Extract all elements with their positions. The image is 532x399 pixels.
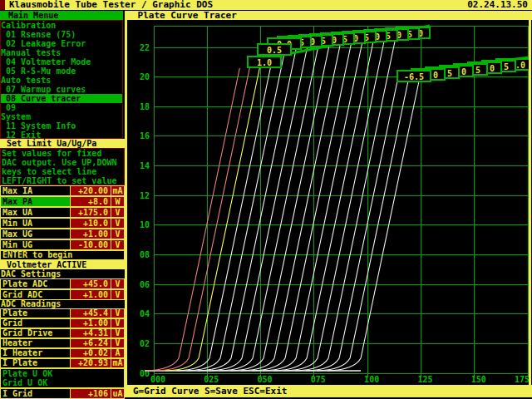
param-unit-plate: V [111, 308, 125, 318]
menu-item-11-system-info[interactable]: 11 System Info [1, 121, 122, 131]
svg-text:04: 04 [140, 309, 150, 318]
param-value-min-ug[interactable]: -10.00 [70, 239, 111, 250]
param-label-max-pa: Max PA [0, 196, 71, 207]
titlebar-corner-mark [0, 0, 5, 10]
limits-table: Max IA+20.00mAMax PA+8.0WMax UA+175.0VMi… [0, 185, 125, 250]
menu-item-07-warmup-curves[interactable]: 07 Warmup curves [1, 85, 122, 94]
svg-text:175: 175 [515, 375, 530, 384]
dac-settings-header: DAC Settings [0, 269, 125, 278]
param-value-grid-adc[interactable]: +1.00 [70, 289, 111, 300]
param-value-heater[interactable]: +6.24 [70, 338, 111, 348]
param-label-i-plate: I Plate [0, 358, 71, 368]
param-label-max-ua: Max UA [0, 207, 71, 218]
svg-text:075: 075 [311, 375, 326, 384]
menu-item-04-voltmeter-mode[interactable]: 04 Voltmeter Mode [1, 57, 122, 66]
param-label-i-heater: I Heater [0, 348, 71, 358]
param-label-plate: Plate [0, 308, 71, 318]
svg-text:025: 025 [204, 375, 219, 384]
adc-table: Plate+45.4VGrid+1.00VGrid Drive+4.31VHea… [0, 308, 125, 368]
param-label-heater: Heater [0, 338, 71, 348]
menu-item-09[interactable]: 09 [1, 103, 122, 112]
param-unit-max-ug: V [111, 229, 125, 239]
svg-text:050: 050 [258, 375, 273, 384]
svg-text:100: 100 [364, 375, 379, 384]
param-unit-i-plate: mA [111, 358, 125, 368]
param-row-max-ua[interactable]: Max UA+175.0V [0, 207, 125, 218]
param-value-plate[interactable]: +45.4 [70, 308, 111, 318]
svg-text:18: 18 [140, 102, 150, 111]
svg-text:000: 000 [150, 375, 165, 384]
param-value-i-heater[interactable]: +0.02 [70, 348, 111, 358]
svg-text:0.5: 0.5 [267, 46, 282, 55]
param-label-grid-drive: Grid Drive [0, 328, 71, 338]
param-value-min-ua[interactable]: +10.0 [70, 218, 111, 229]
param-unit-max-ua: V [111, 207, 125, 218]
param-row-min-ug[interactable]: Min UG-10.00V [0, 239, 125, 250]
param-row-plate-adc[interactable]: Plate ADC+45.0V [0, 278, 125, 289]
param-value-max-ua[interactable]: +175.0 [70, 207, 111, 218]
footer-keybar: G=Grid Curve S=Save ESC=Exit [127, 385, 532, 397]
menu-header: Main Menue [0, 11, 123, 20]
param-row-min-ua[interactable]: Min UA+10.0V [0, 218, 125, 229]
param-value-max-ia[interactable]: +20.00 [70, 185, 111, 196]
param-value-max-ug[interactable]: +1.00 [70, 229, 111, 239]
set-limit-help-line-3: keys to select line [1, 167, 124, 176]
menu-section-calibration: Calibration [1, 21, 122, 30]
param-label-max-ug: Max UG [0, 229, 71, 239]
param-unit-grid-drive: V [111, 328, 125, 338]
param-row-grid-drive[interactable]: Grid Drive+4.31V [0, 328, 125, 338]
param-label-max-ia: Max IA [0, 185, 71, 196]
param-unit-i-heater: A [111, 348, 125, 358]
param-unit-plate-adc: V [111, 278, 125, 289]
param-unit-grid: V [111, 318, 125, 328]
param-row-max-pa[interactable]: Max PA+8.0W [0, 196, 125, 207]
param-row-max-ug[interactable]: Max UG+1.00V [0, 229, 125, 239]
svg-text:125: 125 [417, 375, 432, 384]
param-row-heater[interactable]: Heater+6.24V [0, 338, 125, 348]
svg-text:22: 22 [140, 43, 150, 52]
param-row-max-ia[interactable]: Max IA+20.00mA [0, 185, 125, 196]
svg-text:14: 14 [140, 161, 150, 170]
param-row-i-grid[interactable]: I Grid+106uA [0, 388, 125, 399]
param-value-i-plate[interactable]: +20.93 [70, 358, 111, 368]
plate-curve-chart: 0000250500751001251501752220181614121008… [126, 20, 532, 385]
menu-item-12-exit[interactable]: 12 Exit [1, 131, 122, 139]
menu-item-01-rsense-75[interactable]: 01 Rsense (75) [1, 30, 122, 39]
set-limit-help: Set values for fixedDAC output. Use UP,D… [0, 148, 125, 185]
param-unit-i-grid: uA [111, 388, 125, 399]
menu-item-02-leakage-error[interactable]: 02 Leakage Error [1, 39, 122, 48]
menu-item-08-curve-tracer[interactable]: 08 Curve tracer [1, 94, 122, 103]
param-value-grid-drive[interactable]: +4.31 [70, 328, 111, 338]
param-row-grid[interactable]: Grid+1.00V [0, 318, 125, 328]
param-unit-heater: V [111, 338, 125, 348]
param-unit-grid-adc: V [111, 289, 125, 300]
set-limit-header: Set Limit Ua/Ug/Pa [0, 139, 125, 148]
svg-text:150: 150 [471, 375, 486, 384]
param-row-plate[interactable]: Plate+45.4V [0, 308, 125, 318]
param-value-i-grid[interactable]: +106 [70, 388, 111, 399]
voltage-status-box: Plate U OKGrid U OK [0, 368, 125, 388]
graph-title: Plate Curve Tracer [127, 11, 532, 20]
menu-item-05-r-s-mu-mode[interactable]: 05 R-S-Mu mode [1, 66, 122, 76]
app-screen: Klausmobile Tube Tester / Graphic DOS 02… [0, 0, 532, 399]
igrid-table: I Grid+106uA [0, 388, 125, 399]
menu-section-system: System [1, 112, 122, 121]
menu-section-manual-tests: Manual tests [1, 48, 122, 57]
param-value-plate-adc[interactable]: +45.0 [70, 278, 111, 289]
svg-text:02: 02 [140, 339, 150, 348]
left-panel: Main Menue Calibration 01 Rsense (75) 02… [0, 11, 125, 399]
param-label-grid: Grid [0, 318, 71, 328]
param-row-i-plate[interactable]: I Plate+20.93mA [0, 358, 125, 368]
svg-text:00: 00 [140, 369, 150, 378]
app-title: Klausmobile Tube Tester / Graphic DOS [9, 0, 467, 10]
param-row-i-heater[interactable]: I Heater+0.02A [0, 348, 125, 358]
adc-readings-header: ADC Readings [0, 300, 125, 308]
param-value-max-pa[interactable]: +8.0 [70, 196, 111, 207]
svg-text:12: 12 [140, 191, 150, 200]
app-titlebar: Klausmobile Tube Tester / Graphic DOS 02… [0, 0, 532, 10]
param-unit-max-ia: mA [111, 185, 125, 196]
param-value-grid[interactable]: +1.00 [70, 318, 111, 328]
svg-text:-6.5: -6.5 [404, 72, 424, 81]
svg-text:08: 08 [140, 250, 150, 259]
enter-hint: ENTER to begin [0, 250, 125, 260]
